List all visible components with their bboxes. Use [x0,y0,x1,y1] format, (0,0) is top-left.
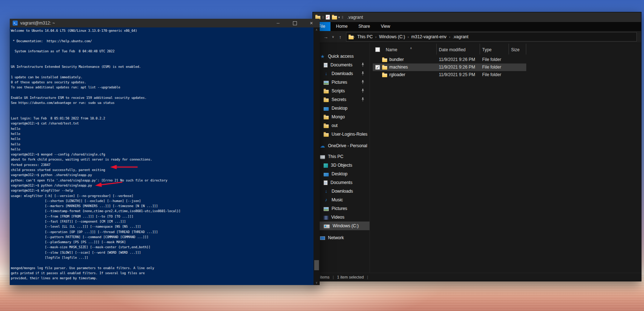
column-header-name[interactable]: Name∧ [384,44,437,54]
computer-icon [320,155,325,159]
address-folder-icon [349,36,354,39]
scroll-up-icon[interactable]: ∧ [314,28,320,31]
column-header-date-modified[interactable]: Date modified [437,44,480,54]
terminal-body[interactable]: Welcome to Ubuntu 14.04.6 LTS (GNU/Linux… [10,27,320,285]
sidebar-item-downloads[interactable]: ↓Downloads [313,187,369,196]
sidebar-item-out[interactable]: out [313,121,369,130]
folder-icon [382,74,387,77]
scrollbar-thumb[interactable] [314,260,319,270]
sidebar-item-pictures[interactable]: Pictures [313,78,369,87]
sidebar-item-label: This PC [328,154,343,159]
column-header-size[interactable]: Size [509,44,526,54]
sidebar-item-this-pc[interactable]: This PC [313,152,369,161]
sidebar-item-label: Pictures [332,80,347,85]
column-headers: Name∧Date modifiedTypeSize [370,44,639,54]
close-button[interactable]: ✕ [303,19,320,27]
terminal-scrollbar[interactable]: ∧ ∨ [314,27,320,285]
video-icon [324,216,328,220]
ribbon-tab-share[interactable]: Share [353,22,375,31]
terminal-output: Welcome to Ubuntu 14.04.6 LTS (GNU/Linux… [11,28,181,281]
sidebar-item-label: OneDrive - Personal [328,143,367,148]
sidebar-item-desktop[interactable]: Desktop [313,170,369,178]
sidebar-item-label: Documents [330,62,353,67]
sidebar-item-network[interactable]: Network [313,233,369,242]
breadcrumb-item[interactable]: .vagrant [450,34,471,39]
sidebar-item-label: 3D Objects [331,163,352,168]
sidebar-item-windows-c-[interactable]: Windows (C:) [313,222,369,230]
qat-separator: ‖ [322,15,324,19]
sidebar-item-music[interactable]: ♪Music [313,196,369,204]
sidebar-item-videos[interactable]: Videos [313,213,369,222]
recent-locations-chevron-icon[interactable]: ∨ [331,35,335,39]
up-button[interactable]: ↑ [337,34,343,40]
selection-count: 1 item selected [337,275,364,279]
desktop-icon [324,173,329,176]
table-row-rgloader[interactable]: rgloader11/9/2021 9:25 PMFile folder [370,71,639,79]
column-header-type[interactable]: Type [480,44,509,54]
sidebar-item-label: Videos [331,215,344,220]
sidebar-item-quick-access[interactable]: ★Quick access [313,52,369,61]
scroll-down-icon[interactable]: ∨ [314,281,320,284]
sidebar-item-label: Secrets [332,97,346,102]
sidebar-item-user-logins-roles[interactable]: User-Logins-Roles [313,130,369,139]
file-date-modified: 11/9/2021 9:25 PM [439,72,475,77]
sidebar-item-scripts[interactable]: Scripts [313,87,369,95]
navigation-pane: ★Quick accessDocuments↓DownloadsPictures… [313,43,369,273]
sidebar-item-3d-objects[interactable]: 3D Objects [313,161,369,170]
minimize-button[interactable]: ─ [270,19,286,27]
sidebar-item-mongo[interactable]: Mongo [313,113,369,121]
table-row-bundler[interactable]: bundler11/9/2021 9:26 PMFile folder [370,56,639,63]
breadcrumb-item[interactable]: This PC [355,34,375,39]
file-rows: bundler11/9/2021 9:26 PMFile folder✓mach… [370,56,639,79]
breadcrumb-item[interactable]: Windows (C:) [376,34,407,39]
properties-icon[interactable]: ✓ [326,15,330,19]
forward-button[interactable]: → [323,34,329,40]
row-checkbox[interactable]: ✓ [375,65,380,70]
sidebar-item-pictures[interactable]: Pictures [313,204,369,213]
folder-icon [324,90,329,93]
file-type: File folder [482,72,501,77]
file-date-modified: 11/9/2021 9:26 PM [439,57,475,62]
star-icon: ★ [320,54,325,59]
sort-ascending-icon: ∧ [410,42,412,54]
document-icon [324,63,328,67]
music-icon: ♪ [324,197,329,202]
sidebar-item-label: Desktop [332,106,347,111]
ribbon-tab-home[interactable]: Home [330,22,353,31]
pin-icon [361,71,364,76]
customize-toolbar-chevron-icon[interactable]: ▾ [338,16,340,19]
screen: ‖ ✓ ▾ ‖ .vagrant FileHomeShareView ← → ∨… [0,0,644,311]
sidebar-item-desktop[interactable]: Desktop [313,104,369,113]
pin-icon [361,89,364,94]
breadcrumb-item[interactable]: m312-vagrant-env [409,34,449,39]
network-icon [320,236,325,240]
sidebar-item-label: Mongo [332,114,345,119]
folder-icon [324,124,329,128]
sidebar-item-onedrive-personal[interactable]: ☁OneDrive - Personal [313,141,369,150]
folder-icon [324,116,329,119]
folder-icon [324,133,329,137]
address-input[interactable]: ›This PC›Windows (C:)›m312-vagrant-env›.… [346,32,637,41]
select-all-checkbox[interactable] [375,47,380,52]
cloud-icon: ☁ [320,143,325,148]
sidebar-item-secrets[interactable]: Secrets [313,95,369,104]
terminal-icon: >_ [13,21,18,26]
sidebar-item-label: out [332,123,338,128]
ribbon-tab-view[interactable]: View [375,22,396,31]
sidebar-item-documents[interactable]: Documents [313,178,369,187]
sidebar-item-label: User-Logins-Roles [332,132,367,137]
file-name: machines [389,65,408,70]
sidebar-item-label: Music [332,197,343,202]
qat-separator-2: ‖ [342,15,343,19]
file-explorer-window: ‖ ✓ ▾ ‖ .vagrant FileHomeShareView ← → ∨… [312,12,641,281]
table-row-machines[interactable]: ✓machines11/9/2021 9:26 PMFile folder [370,63,639,71]
desktop-icon [324,107,329,111]
sidebar-item-documents[interactable]: Documents [313,61,369,69]
status-separator: | [333,275,334,279]
new-folder-icon[interactable] [332,16,337,19]
window-title: .vagrant [347,15,363,20]
pin-icon [361,63,364,68]
file-list-pane: Name∧Date modifiedTypeSize bundler11/9/2… [369,43,639,273]
sidebar-item-downloads[interactable]: ↓Downloads [313,69,369,78]
maximize-button[interactable] [286,19,303,27]
